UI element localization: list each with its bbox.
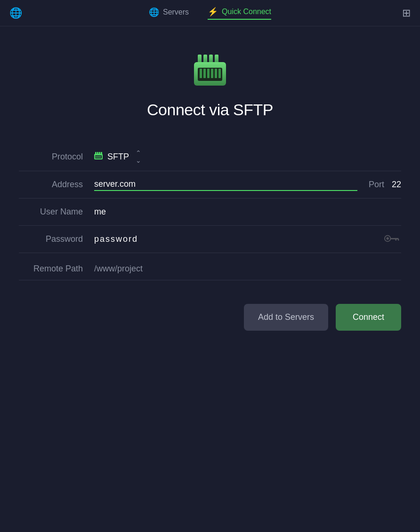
svg-rect-26: [398, 238, 399, 240]
key-icon[interactable]: [384, 234, 401, 245]
svg-point-23: [387, 237, 389, 239]
username-input[interactable]: [94, 206, 401, 218]
svg-rect-10: [215, 69, 217, 78]
remote-path-input[interactable]: [94, 263, 401, 275]
servers-nav-item[interactable]: 🌐 Servers: [149, 7, 189, 19]
svg-rect-6: [200, 69, 202, 78]
address-input-wrapper: [94, 178, 357, 191]
form-container: Protocol SFTP: [19, 143, 401, 331]
svg-rect-18: [96, 156, 97, 158]
svg-rect-7: [203, 69, 206, 78]
password-row: Password: [19, 226, 401, 253]
svg-rect-21: [100, 156, 101, 158]
sftp-icon-container: [191, 55, 229, 87]
add-to-servers-button[interactable]: Add to Servers: [244, 304, 328, 331]
port-value: 22: [392, 180, 401, 190]
svg-rect-20: [98, 156, 99, 158]
main-content: Connect via SFTP Protocol: [0, 26, 420, 349]
protocol-row: Protocol SFTP: [19, 143, 401, 171]
protocol-ethernet-icon: [94, 152, 103, 161]
top-navigation: 🌐 🌐 Servers ⚡ Quick Connect ⊞: [0, 0, 420, 26]
grid-icon[interactable]: ⊞: [402, 7, 411, 19]
svg-rect-11: [218, 69, 221, 78]
port-label: Port: [357, 180, 392, 190]
svg-rect-25: [395, 238, 396, 240]
remote-path-label: Remote Path: [19, 264, 94, 274]
protocol-selector[interactable]: SFTP ⌃⌄: [94, 149, 141, 164]
button-row: Add to Servers Connect: [19, 304, 401, 331]
svg-rect-8: [207, 69, 210, 78]
address-input[interactable]: [94, 178, 357, 191]
svg-rect-9: [211, 69, 213, 78]
servers-globe-icon: 🌐: [149, 7, 159, 17]
protocol-value: SFTP: [107, 152, 129, 162]
password-input-area: [94, 233, 401, 245]
page-title: Connect via SFTP: [147, 101, 273, 119]
nav-right: ⊞: [402, 7, 411, 19]
nav-center: 🌐 Servers ⚡ Quick Connect: [149, 7, 271, 20]
protocol-label: Protocol: [19, 152, 94, 162]
nav-left: 🌐: [9, 7, 22, 19]
address-input-area: Port 22: [94, 178, 401, 191]
address-row: Address Port 22: [19, 171, 401, 199]
password-input-wrapper: [94, 233, 377, 245]
lightning-icon: ⚡: [208, 7, 218, 17]
password-input[interactable]: [94, 233, 377, 245]
connect-button[interactable]: Connect: [336, 304, 401, 331]
ethernet-icon: [191, 55, 229, 87]
servers-label: Servers: [163, 8, 189, 16]
protocol-chevron-icon: ⌃⌄: [136, 149, 141, 164]
globe-icon[interactable]: 🌐: [9, 7, 22, 19]
svg-rect-24: [390, 238, 399, 239]
remote-path-row: Remote Path: [19, 253, 401, 280]
quick-connect-label: Quick Connect: [222, 8, 271, 16]
svg-rect-19: [97, 156, 98, 158]
password-label: Password: [19, 234, 94, 244]
address-label: Address: [19, 180, 94, 190]
username-row: User Name: [19, 199, 401, 226]
quick-connect-nav-item[interactable]: ⚡ Quick Connect: [208, 7, 271, 20]
username-label: User Name: [19, 207, 94, 217]
